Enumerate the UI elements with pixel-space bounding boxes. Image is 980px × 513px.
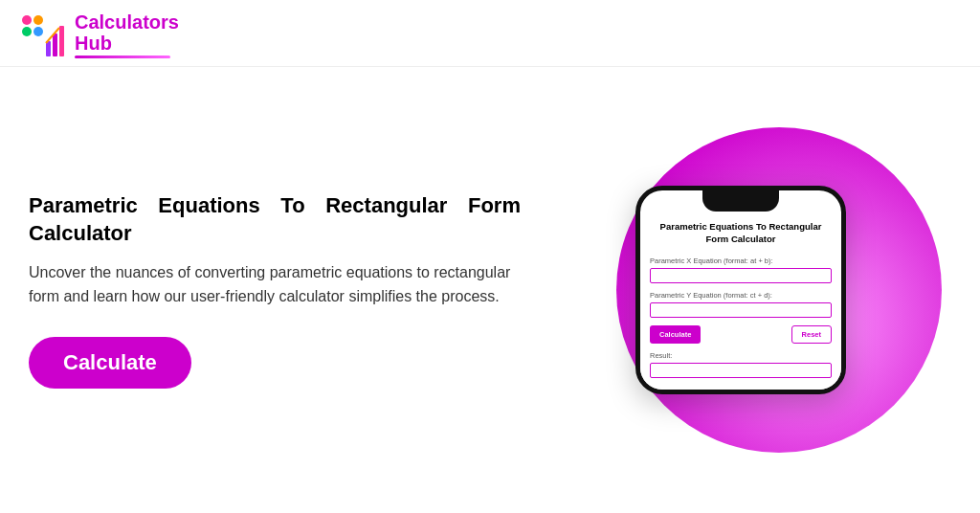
svg-point-0 — [22, 15, 32, 25]
phone-buttons: Calculate Reset — [650, 325, 832, 344]
phone-result-input — [650, 363, 832, 378]
header: Calculators Hub — [0, 0, 980, 67]
left-panel: Parametric Equations To Rectangular Form… — [29, 191, 549, 390]
phone-mockup: Parametric Equations To Rectangular Form… — [635, 186, 846, 394]
svg-point-3 — [33, 27, 43, 36]
phone-y-input[interactable] — [650, 302, 832, 318]
right-panel: Parametric Equations To Rectangular Form… — [549, 186, 951, 394]
svg-point-2 — [22, 27, 32, 36]
phone-calculate-button[interactable]: Calculate — [650, 325, 701, 344]
phone-screen: Parametric Equations To Rectangular Form… — [640, 212, 841, 390]
main-content: Parametric Equations To Rectangular Form… — [0, 67, 980, 513]
logo-text-line2: Hub — [75, 33, 179, 54]
phone-title: Parametric Equations To Rectangular Form… — [650, 221, 832, 245]
page-title: Parametric Equations To Rectangular Form… — [29, 191, 521, 248]
svg-rect-5 — [53, 33, 57, 56]
page-description: Uncover the nuances of converting parame… — [29, 261, 521, 309]
phone-reset-button[interactable]: Reset — [791, 325, 832, 344]
phone-y-label: Parametric Y Equation (format: ct + d): — [650, 291, 832, 300]
svg-point-1 — [33, 15, 43, 25]
logo-icon — [19, 12, 65, 58]
phone-x-input[interactable] — [650, 268, 832, 283]
svg-rect-6 — [59, 26, 64, 56]
logo-text-wrap: Calculators Hub — [75, 11, 179, 58]
calculate-main-button[interactable]: Calculate — [29, 337, 191, 389]
logo-text-line1: Calculators — [75, 11, 179, 33]
phone-x-label: Parametric X Equation (format: at + b): — [650, 256, 832, 265]
phone-notch — [702, 190, 779, 212]
phone-result-label: Result: — [650, 351, 832, 360]
logo-underline — [75, 56, 170, 58]
